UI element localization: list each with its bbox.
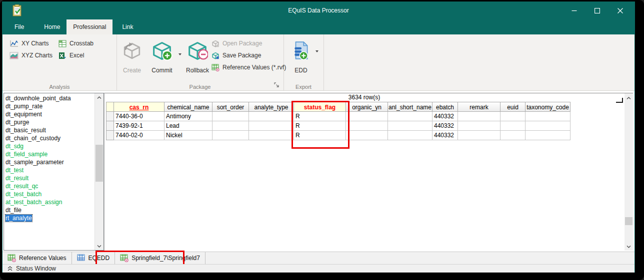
row-indicator[interactable] xyxy=(106,112,114,121)
tab-professional[interactable]: Professional xyxy=(66,19,112,34)
table-cell[interactable] xyxy=(458,112,500,121)
table-cell[interactable] xyxy=(500,121,526,131)
table-cell[interactable] xyxy=(212,131,249,140)
table-cell[interactable] xyxy=(526,121,570,131)
sidebar-item-dt_field_sample[interactable]: dt_field_sample xyxy=(4,150,104,158)
sidebar-item-dt_file[interactable]: dt_file xyxy=(4,206,104,214)
column-header-chemical_name[interactable]: chemical_name xyxy=(164,102,212,112)
table-cell[interactable]: R xyxy=(294,112,346,121)
table-cell[interactable] xyxy=(346,131,388,140)
open-package-button[interactable]: Open Package xyxy=(212,38,262,49)
doc-tab-springfield[interactable]: Springfield_7\Springfield7 xyxy=(115,252,206,264)
sidebar-item-rt_analyte[interactable]: rt_analyte xyxy=(4,214,104,222)
tab-home[interactable]: Home xyxy=(38,19,66,34)
table-cell[interactable]: Lead xyxy=(164,121,212,131)
sidebar-item-dt_test[interactable]: dt_test xyxy=(4,166,104,174)
column-header-taxonomy_code[interactable]: taxonomy_code xyxy=(526,102,570,112)
status-window-bar[interactable]: Status Window xyxy=(2,264,634,273)
table-cell[interactable]: 440332 xyxy=(432,112,458,121)
table-cell[interactable] xyxy=(388,131,432,140)
sidebar-item-dt_sdg[interactable]: dt_sdg xyxy=(4,142,104,150)
table-cell[interactable] xyxy=(526,112,570,121)
commit-button[interactable]: Commit xyxy=(148,37,176,85)
close-button[interactable] xyxy=(608,2,632,19)
sidebar-scrollbar-thumb[interactable] xyxy=(96,145,103,182)
column-header-status_flag[interactable]: status_flag xyxy=(294,102,346,112)
table-cell[interactable] xyxy=(249,121,294,131)
commit-dropdown-caret[interactable] xyxy=(178,53,182,55)
column-header-organic_yn[interactable]: organic_yn xyxy=(346,102,388,112)
table-cell[interactable]: 7440-02-0 xyxy=(114,131,164,140)
edd-button[interactable]: EDD xyxy=(288,37,314,85)
column-header-anl_short_name[interactable]: anl_short_name xyxy=(388,102,432,112)
sidebar-item-dt_downhole_point_data[interactable]: dt_downhole_point_data xyxy=(4,94,104,102)
table-cell[interactable] xyxy=(388,112,432,121)
table-cell[interactable]: 7440-36-0 xyxy=(114,112,164,121)
reference-values-button[interactable]: Reference Values (*.rvf) xyxy=(212,62,286,73)
tab-file[interactable]: File xyxy=(8,19,30,34)
doc-tab-eqedd[interactable]: EQEDD xyxy=(72,252,116,264)
table-cell[interactable]: R xyxy=(294,131,346,140)
table-cell[interactable]: Nickel xyxy=(164,131,212,140)
rollback-button[interactable]: Rollback xyxy=(182,37,212,85)
excel-button[interactable]: Excel xyxy=(58,50,84,61)
sidebar-item-dt_basic_result[interactable]: dt_basic_result xyxy=(4,126,104,134)
table-cell[interactable] xyxy=(249,131,294,140)
grid-scrollbar[interactable] xyxy=(624,93,633,251)
table-cell[interactable] xyxy=(458,131,500,140)
column-header-analyte_type[interactable]: analyte_type xyxy=(249,102,294,112)
table-cell[interactable] xyxy=(212,121,249,131)
scroll-down-arrow-icon[interactable] xyxy=(95,242,104,250)
table-cell[interactable] xyxy=(346,121,388,131)
crosstab-button[interactable]: Crosstab xyxy=(58,38,94,49)
table-cell[interactable] xyxy=(500,131,526,140)
column-header-ebatch[interactable]: ebatch xyxy=(432,102,458,112)
sidebar-item-dt_purge[interactable]: dt_purge xyxy=(4,118,104,126)
table-cell[interactable] xyxy=(526,131,570,140)
sidebar-item-dt_sample_parameter[interactable]: dt_sample_parameter xyxy=(4,158,104,166)
tab-link[interactable]: Link xyxy=(116,19,140,34)
create-button[interactable]: Create xyxy=(120,37,144,85)
table-cell[interactable] xyxy=(500,112,526,121)
sidebar-item-at_test_batch_assign[interactable]: at_test_batch_assign xyxy=(4,198,104,206)
table-cell[interactable]: 440332 xyxy=(432,121,458,131)
minimize-button[interactable] xyxy=(562,2,586,19)
ribbon-group-analysis: XY Charts XYZ Charts xyxy=(2,34,117,90)
table-cell[interactable]: Antimony xyxy=(164,112,212,121)
row-indicator[interactable] xyxy=(106,131,114,140)
sidebar-item-dt_test_batch[interactable]: dt_test_batch xyxy=(4,190,104,198)
grid-scroll-down-arrow-icon[interactable] xyxy=(624,243,633,251)
sidebar-item-dt_result_qc[interactable]: dt_result_qc xyxy=(4,182,104,190)
scroll-up-arrow-icon[interactable] xyxy=(95,93,104,101)
table-cell[interactable] xyxy=(346,112,388,121)
table-cell[interactable] xyxy=(458,121,500,131)
sidebar-item-label: dt_purge xyxy=(6,119,29,126)
doc-tab-reference-values[interactable]: Reference Values xyxy=(2,252,72,264)
table-cell[interactable]: 440332 xyxy=(432,131,458,140)
column-header-sort_order[interactable]: sort_order xyxy=(212,102,249,112)
row-indicator[interactable] xyxy=(106,121,114,131)
save-package-button[interactable]: Save Package xyxy=(212,50,261,61)
sidebar-item-dt_pump_rate[interactable]: dt_pump_rate xyxy=(4,102,104,110)
table-cell[interactable] xyxy=(388,121,432,131)
maximize-button[interactable] xyxy=(586,2,608,19)
column-header-cas_rn[interactable]: cas_rn xyxy=(114,102,164,112)
column-header-remark[interactable]: remark xyxy=(458,102,500,112)
sidebar-scrollbar[interactable] xyxy=(94,93,104,250)
table-cell[interactable] xyxy=(212,112,249,121)
table-cell[interactable] xyxy=(249,112,294,121)
table-cell[interactable]: 7439-92-1 xyxy=(114,121,164,131)
xy-charts-button[interactable]: XY Charts xyxy=(10,38,48,49)
sidebar-item-label: dt_downhole_point_data xyxy=(6,95,71,102)
grid-scrollbar-thumb[interactable] xyxy=(625,217,632,225)
sidebar-item-dt_equipment[interactable]: dt_equipment xyxy=(4,110,104,118)
status-window-label: Status Window xyxy=(16,265,56,272)
xyz-charts-button[interactable]: XYZ Charts xyxy=(10,50,52,61)
column-header-euid[interactable]: euid xyxy=(500,102,526,112)
sidebar-item-dt_chain_of_custody[interactable]: dt_chain_of_custody xyxy=(4,134,104,142)
sidebar-item-dt_result[interactable]: dt_result xyxy=(4,174,104,182)
maximize-icon xyxy=(594,8,600,13)
grid-scroll-up-arrow-icon[interactable] xyxy=(624,94,633,102)
table-cell[interactable]: R xyxy=(294,121,346,131)
edd-dropdown-caret[interactable] xyxy=(316,50,318,52)
